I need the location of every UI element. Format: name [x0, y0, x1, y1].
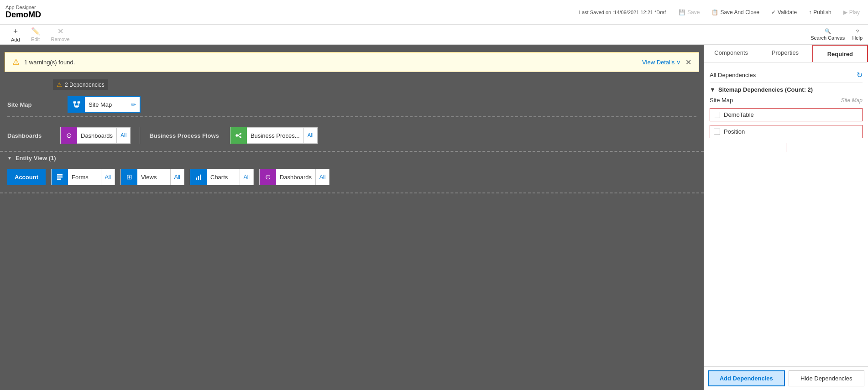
entity-cards-content: Forms All ⊞ Views All Charts All ⊙	[51, 169, 696, 185]
tab-required[interactable]: Required	[812, 45, 868, 62]
bpf-card[interactable]: Business Proces... All	[230, 127, 318, 144]
play-button: ▶ Play	[841, 7, 863, 17]
views-card-all[interactable]: All	[170, 169, 184, 185]
svg-rect-15	[196, 177, 197, 180]
sitemap-section: ⚠ 2 Dependencies Site Map Site Map ✏	[0, 72, 704, 120]
sitemap-card-edit-button[interactable]: ✏	[127, 101, 140, 108]
svg-rect-12	[57, 174, 63, 176]
sitemap-left-label: Site Map	[710, 97, 733, 104]
warning-bar: ⚠ 1 warning(s) found. View Details ∨ ✕	[5, 52, 699, 72]
row-separator	[140, 127, 140, 144]
svg-rect-14	[57, 178, 61, 180]
dashboards-card-all[interactable]: All	[116, 128, 130, 143]
bpf-card-all[interactable]: All	[303, 128, 317, 143]
panel-footer: Add Dependencies Hide Dependencies	[704, 366, 868, 390]
sitemap-card[interactable]: Site Map ✏	[68, 96, 141, 113]
sitemap-right-label: Site Map	[841, 97, 863, 104]
svg-line-11	[238, 135, 240, 137]
account-button[interactable]: Account	[7, 169, 46, 185]
entity-dashboards-card-all[interactable]: All	[315, 169, 329, 185]
bpf-card-text: Business Proces...	[247, 132, 303, 139]
validate-button[interactable]: ✓ Validate	[769, 7, 800, 17]
tab-components[interactable]: Components	[704, 45, 758, 62]
dep-item-position-label: Position	[724, 128, 745, 135]
entity-view-row: Account Forms All ⊞ Views All	[0, 161, 704, 193]
dashboards-bpf-row: Dashboards ⊙ Dashboards All Business Pro…	[0, 120, 704, 152]
save-icon: 💾	[679, 9, 685, 16]
entity-dashboards-card[interactable]: ⊙ Dashboards All	[259, 169, 329, 185]
canvas-area: ⚠ 1 warning(s) found. View Details ∨ ✕ ⚠…	[0, 45, 704, 390]
sitemap-card-icon	[68, 96, 85, 113]
forms-card-all[interactable]: All	[101, 169, 115, 185]
entity-view-header: ▼ Entity View (1)	[0, 152, 704, 161]
panel-content: All Dependencies ↻ ▼ Sitemap Dependencie…	[704, 62, 868, 366]
dep-item-position: Position	[710, 125, 863, 138]
refresh-button[interactable]: ↻	[857, 71, 863, 79]
save-button[interactable]: 💾 Save	[676, 7, 702, 17]
charts-card-all[interactable]: All	[240, 169, 253, 185]
entity-view-label: Entity View (1)	[16, 155, 56, 161]
entity-dashboards-card-icon: ⊙	[260, 169, 276, 185]
charts-card-text: Charts	[207, 174, 240, 181]
top-bar-actions: Last Saved on :14/09/2021 12:21 *Draf 💾 …	[579, 7, 863, 17]
dep-checkbox-demotable[interactable]	[714, 112, 720, 118]
validate-icon: ✓	[771, 9, 776, 16]
dep-item-demotable: DemoTable	[710, 108, 863, 121]
help-icon: ?	[856, 29, 859, 34]
cursor-line	[786, 143, 786, 152]
dashboards-card[interactable]: ⊙ Dashboards All	[60, 127, 131, 144]
add-icon: ＋	[12, 26, 19, 36]
warning-triangle-icon: ⚠	[12, 57, 20, 67]
top-bar: App Designer DemoMD Last Saved on :14/09…	[0, 0, 868, 25]
add-dependencies-button[interactable]: Add Dependencies	[708, 370, 785, 386]
svg-rect-1	[78, 101, 80, 104]
dependencies-header: ⚠ 2 Dependencies	[53, 79, 108, 90]
warning-message: 1 warning(s) found.	[24, 59, 75, 66]
views-card-text: Views	[137, 174, 170, 181]
panel-tabs: Components Properties Required	[704, 45, 868, 62]
publish-button[interactable]: ↑ Publish	[806, 7, 834, 17]
forms-card-icon	[52, 169, 68, 185]
dep-checkbox-position[interactable]	[714, 129, 720, 135]
svg-rect-0	[73, 101, 76, 104]
play-icon: ▶	[843, 9, 847, 16]
sitemap-card-text: Site Map	[85, 101, 127, 108]
search-icon: 🔍	[825, 28, 831, 34]
warning-bar-right: View Details ∨ ✕	[642, 58, 691, 67]
save-close-icon: 📋	[711, 9, 718, 16]
close-warning-button[interactable]: ✕	[685, 58, 691, 67]
help-button[interactable]: ? Help	[852, 29, 863, 41]
app-designer-label: App Designer	[5, 5, 41, 10]
dep-item-demotable-label: DemoTable	[724, 111, 754, 118]
charts-card[interactable]: Charts All	[190, 169, 254, 185]
dashboards-card-icon: ⊙	[61, 127, 77, 144]
views-card[interactable]: ⊞ Views All	[120, 169, 184, 185]
bpf-row-label: Business Process Flows	[149, 132, 219, 139]
add-button[interactable]: ＋ Add	[5, 25, 26, 44]
save-and-close-button[interactable]: 📋 Save And Close	[709, 7, 762, 17]
forms-card-text: Forms	[68, 174, 101, 181]
last-saved-text: Last Saved on :14/09/2021 12:21 *Draf	[579, 10, 666, 15]
bpf-card-icon	[230, 127, 247, 144]
hide-dependencies-button[interactable]: Hide Dependencies	[789, 370, 865, 386]
dependencies-count: 2 Dependencies	[65, 82, 105, 88]
svg-rect-17	[200, 175, 201, 180]
main-layout: ⚠ 1 warning(s) found. View Details ∨ ✕ ⚠…	[0, 45, 868, 390]
svg-rect-13	[57, 177, 63, 178]
search-canvas-button[interactable]: 🔍 Search Canvas	[810, 28, 845, 41]
remove-button: ✕ Remove	[46, 25, 75, 44]
forms-card[interactable]: Forms All	[51, 169, 115, 185]
charts-card-icon	[190, 169, 207, 185]
right-panel: Components Properties Required All Depen…	[704, 45, 868, 390]
chevron-down-icon: ∨	[676, 59, 681, 66]
app-name: DemoMD	[5, 10, 41, 20]
all-dependencies-row: All Dependencies ↻	[710, 68, 863, 83]
view-details-button[interactable]: View Details ∨	[642, 59, 681, 66]
tab-properties[interactable]: Properties	[758, 45, 812, 62]
svg-rect-16	[198, 176, 199, 180]
entity-dashboards-card-text: Dashboards	[276, 174, 315, 181]
dashboards-card-text: Dashboards	[77, 132, 116, 139]
all-dependencies-label: All Dependencies	[710, 72, 756, 78]
svg-point-9	[240, 136, 241, 138]
svg-point-7	[235, 134, 238, 136]
